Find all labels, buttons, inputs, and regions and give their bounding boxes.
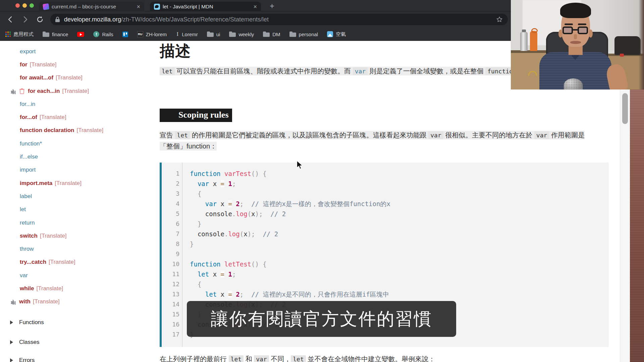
sidebar-item-switch[interactable]: switch[Translate] (0, 229, 148, 242)
sidebar-item-for-each-in[interactable]: for each...in[Translate] (0, 84, 148, 98)
window-close-button[interactable] (15, 3, 20, 8)
chevron-right-icon[interactable] (10, 340, 13, 344)
sidebar-item-import-meta[interactable]: import.meta[Translate] (0, 177, 148, 190)
bookmark-item[interactable]: 空氣 (327, 31, 346, 38)
bookmark-label: 空氣 (336, 31, 346, 38)
tab-close-icon[interactable]: × (137, 4, 140, 10)
cabinet-handle (528, 71, 537, 76)
sidebar-section-classes[interactable]: Classes (10, 339, 39, 346)
token-pu: ; (240, 291, 244, 298)
screen: current.md – bbcc-js-course×let - JavaSc… (0, 0, 644, 362)
bookmark-item[interactable]: 應用程式 (5, 31, 34, 38)
token-pu: () { (251, 260, 267, 268)
translate-suffix: [Translate] (56, 74, 83, 81)
sidebar-item-for-await-of[interactable]: for await...of[Translate] (0, 71, 148, 84)
bookmark-item[interactable]: finance (43, 32, 68, 37)
bookmark-label: finance (52, 32, 68, 37)
bookmark-item[interactable]: weekly (229, 32, 254, 37)
back-icon[interactable] (6, 15, 15, 24)
sidebar-item-throw[interactable]: throw (0, 242, 148, 255)
bookmark-item[interactable]: ui (207, 32, 220, 37)
sidebar-link[interactable]: for...of (20, 114, 37, 121)
translate-suffix: [Translate] (40, 233, 67, 239)
tab-active[interactable]: let - JavaScript | MDN× (150, 2, 261, 11)
line-number: 10 (162, 259, 179, 269)
sidebar-item-with[interactable]: with[Translate] (0, 295, 148, 308)
sidebar-link[interactable]: while (20, 285, 34, 292)
token-pu: ( (240, 230, 244, 238)
sidebar-link[interactable]: var (20, 272, 28, 279)
line-number: 15 (162, 309, 179, 319)
chevron-right-icon[interactable] (10, 358, 13, 362)
sidebar-link[interactable]: export (20, 48, 36, 55)
token-pu: () { (251, 170, 267, 177)
tab-inactive[interactable]: current.md – bbcc-js-course× (39, 2, 144, 11)
inline-code-link[interactable]: var (353, 67, 368, 75)
sidebar-item-try-catch[interactable]: try...catch[Translate] (0, 256, 148, 269)
bookmark-item[interactable]: RUZH-lorem (137, 31, 167, 37)
sidebar-item-for-of[interactable]: for...of[Translate] (0, 111, 148, 124)
bookmark-item[interactable]: personal (289, 32, 318, 37)
sidebar-item-if-else[interactable]: if...else (0, 150, 148, 163)
line-number: 17 (162, 329, 179, 340)
sidebar-section-errors[interactable]: Errors (10, 357, 35, 362)
sidebar-section-functions[interactable]: Functions (10, 319, 44, 326)
bookmark-item[interactable]: DM (263, 32, 280, 37)
token-pl (232, 291, 236, 298)
sidebar-link[interactable]: function declaration (20, 127, 74, 134)
code-line (190, 249, 390, 259)
sidebar-item-import[interactable]: import (0, 164, 148, 177)
token-pl: x (217, 291, 228, 298)
sidebar-link[interactable]: function* (20, 140, 42, 147)
sidebar-item-for-in[interactable]: for...in (0, 98, 148, 111)
bookmark-label: DM (272, 32, 280, 37)
sidebar-item-function-declaration[interactable]: function declaration[Translate] (0, 124, 148, 137)
window-zoom-button[interactable] (30, 3, 34, 8)
sidebar-link[interactable]: throw (20, 246, 34, 252)
sidebar-item-export[interactable]: export (0, 45, 148, 58)
new-tab-button[interactable]: + (267, 1, 277, 11)
sidebar-link[interactable]: with (19, 298, 31, 305)
chevron-right-icon[interactable] (10, 320, 13, 324)
sidebar-item-return[interactable]: return (0, 216, 148, 229)
sidebar-item-for[interactable]: for[Translate] (0, 58, 148, 71)
scrollbar-thumb[interactable] (622, 93, 628, 124)
tab-close-icon[interactable]: × (253, 4, 257, 10)
bookmark-item[interactable] (122, 32, 128, 37)
window-minimize-button[interactable] (22, 3, 27, 8)
tab-title: current.md – bbcc-js-course (52, 4, 116, 10)
url-path: /zh-TW/docs/Web/JavaScript/Reference/Sta… (121, 16, 269, 23)
webcam-dark-edge (639, 0, 644, 89)
token-pl (190, 220, 198, 228)
sidebar-link[interactable]: if...else (20, 154, 38, 160)
sidebar-item-function*[interactable]: function* (0, 137, 148, 150)
sidebar-item-label[interactable]: label (0, 190, 148, 203)
sidebar-item-while[interactable]: while[Translate] (0, 282, 148, 295)
sidebar-link[interactable]: for await...of (20, 74, 53, 81)
sidebar-link[interactable]: return (20, 220, 35, 226)
sidebar-link[interactable]: try...catch (20, 259, 46, 265)
sidebar-item-let[interactable]: let (0, 203, 148, 216)
sidebar-link[interactable]: label (20, 193, 32, 200)
translate-suffix: [Translate] (37, 285, 63, 292)
sidebar-link[interactable]: import.meta (20, 180, 52, 187)
line-number: 7 (162, 229, 179, 239)
bookmark-item[interactable]: ILoremr (176, 31, 198, 37)
bookmark-item[interactable] (77, 32, 84, 37)
sidebar-link[interactable]: for (20, 61, 28, 68)
sidebar-link[interactable]: for...in (20, 101, 35, 108)
reload-icon[interactable] (36, 15, 44, 24)
bookmark-item[interactable]: tRails (93, 31, 113, 37)
sidebar-list: exportfor[Translate]for await...of[Trans… (0, 45, 148, 308)
forward-icon[interactable] (21, 15, 30, 24)
sidebar-item-var[interactable]: var (0, 269, 148, 282)
sidebar-link[interactable]: import (20, 167, 36, 173)
inline-code: let (160, 67, 175, 75)
token-num: 2 (236, 291, 239, 298)
sidebar-link[interactable]: for each...in (28, 88, 60, 95)
token-pl: x (209, 270, 220, 278)
sidebar-link[interactable]: let (20, 206, 26, 213)
url-bar[interactable]: developer.mozilla.org/zh-TW/docs/Web/Jav… (50, 14, 508, 25)
sidebar-link[interactable]: switch (20, 233, 38, 239)
bookmark-star-icon[interactable] (496, 16, 503, 23)
